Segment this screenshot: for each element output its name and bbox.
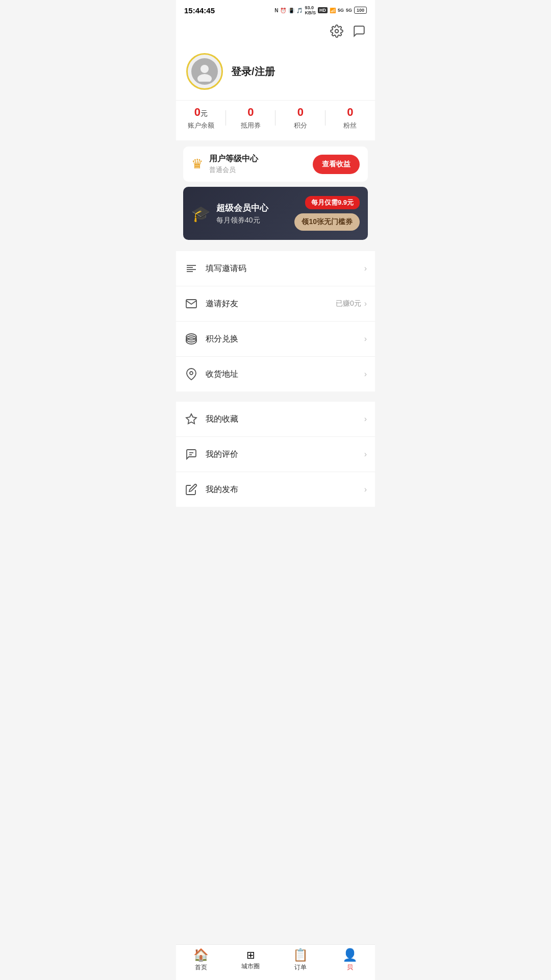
favorites-label: 我的收藏: [206, 414, 364, 425]
invite-code-icon: [184, 261, 198, 276]
stat-coupon[interactable]: 0 抵用券: [226, 106, 276, 130]
super-subtitle: 每月领券40元: [216, 216, 268, 225]
top-bar: [176, 19, 375, 45]
reviews-icon: [184, 447, 198, 461]
profile-label: 贝: [347, 963, 353, 972]
stat-fans[interactable]: 0 粉丝: [325, 106, 375, 130]
posts-icon: [184, 482, 198, 497]
stat-balance[interactable]: 0元 账户余额: [176, 106, 226, 130]
level-card: ♛ 用户等级中心 普通会员 查看收益: [183, 146, 368, 182]
invite-friends-icon: [184, 297, 198, 311]
menu-item-reviews[interactable]: 我的评价 ›: [176, 437, 375, 472]
svg-point-2: [197, 74, 212, 82]
status-icons: N ⏰ 📳 🎵 93.0KB/S HD 📶 5G 5G 100: [274, 5, 367, 15]
avatar[interactable]: [186, 53, 223, 90]
delivery-address-icon: [184, 367, 198, 381]
view-earnings-button[interactable]: 查看收益: [313, 155, 360, 174]
profile-icon: 👤: [342, 949, 358, 961]
super-member-banner[interactable]: 🎓 超级会员中心 每月领券40元 每月仅需9.9元 领10张无门槛券: [183, 187, 368, 240]
price-badge: 每月仅需9.9元: [305, 196, 360, 209]
chevron-right-icon: ›: [364, 334, 367, 344]
menu-item-invite-code[interactable]: 填写邀请码 ›: [176, 251, 375, 286]
chevron-right-icon: ›: [364, 264, 367, 273]
orders-label: 订单: [294, 963, 307, 972]
svg-point-1: [201, 65, 209, 73]
level-subtitle: 普通会员: [209, 165, 258, 175]
invite-code-label: 填写邀请码: [206, 263, 364, 274]
profile-section: 登录/注册: [176, 45, 375, 100]
login-register-button[interactable]: 登录/注册: [231, 65, 275, 79]
status-bar: 15:44:45 N ⏰ 📳 🎵 93.0KB/S HD 📶 5G 5G 100: [176, 0, 375, 19]
menu-item-points-exchange[interactable]: 积分兑换 ›: [176, 322, 375, 357]
chevron-right-icon: ›: [364, 299, 367, 308]
settings-button[interactable]: [329, 23, 344, 39]
menu-item-favorites[interactable]: 我的收藏 ›: [176, 402, 375, 437]
invite-earned: 已赚0元: [336, 299, 361, 308]
city-label: 城市圈: [241, 962, 260, 971]
nav-city[interactable]: ⊞ 城市圈: [226, 950, 276, 971]
bottom-nav: 🏠 首页 ⊞ 城市圈 📋 订单 👤 贝: [176, 944, 375, 980]
posts-label: 我的发布: [206, 484, 364, 495]
menu-item-delivery-address[interactable]: 收货地址 ›: [176, 357, 375, 391]
menu-separator: [176, 391, 375, 397]
avatar-icon: [191, 58, 218, 85]
city-icon: ⊞: [246, 950, 255, 960]
svg-point-0: [335, 30, 339, 33]
delivery-address-label: 收货地址: [206, 369, 364, 380]
get-coupon-button[interactable]: 领10张无门槛券: [294, 213, 360, 231]
stat-points[interactable]: 0 积分: [276, 106, 325, 130]
status-time: 15:44:45: [184, 6, 215, 15]
menu-item-posts[interactable]: 我的发布 ›: [176, 472, 375, 507]
points-exchange-icon: [184, 332, 198, 346]
graduation-icon: 🎓: [191, 205, 210, 223]
svg-marker-13: [186, 414, 196, 424]
orders-icon: 📋: [293, 949, 308, 961]
level-title: 用户等级中心: [209, 154, 258, 164]
message-button[interactable]: [352, 23, 367, 39]
home-label: 首页: [195, 963, 207, 972]
home-icon: 🏠: [193, 949, 209, 961]
invite-friends-label: 邀请好友: [206, 299, 336, 309]
reviews-label: 我的评价: [206, 449, 364, 460]
crown-icon: ♛: [191, 156, 203, 172]
favorites-icon: [184, 412, 198, 426]
points-exchange-label: 积分兑换: [206, 334, 364, 345]
menu-group-2: 我的收藏 › 我的评价 › 我的发布 ›: [176, 402, 375, 507]
menu-item-invite-friends[interactable]: 邀请好友 已赚0元 ›: [176, 286, 375, 322]
super-title: 超级会员中心: [216, 202, 268, 214]
nav-orders[interactable]: 📋 订单: [276, 949, 325, 972]
chevron-right-icon: ›: [364, 485, 367, 494]
bottom-spacer: [176, 507, 375, 548]
nav-home[interactable]: 🏠 首页: [176, 949, 226, 972]
chevron-right-icon: ›: [364, 414, 367, 424]
card-section: ♛ 用户等级中心 普通会员 查看收益 🎓 超级会员中心 每月领券40元 每月仅需…: [176, 140, 375, 246]
stats-row: 0元 账户余额 0 抵用券 0 积分 0 粉丝: [176, 100, 375, 140]
chevron-right-icon: ›: [364, 370, 367, 379]
nav-profile[interactable]: 👤 贝: [325, 949, 375, 972]
chevron-right-icon: ›: [364, 450, 367, 459]
svg-point-12: [190, 372, 193, 375]
menu-group-1: 填写邀请码 › 邀请好友 已赚0元 › 积分兑换: [176, 251, 375, 391]
